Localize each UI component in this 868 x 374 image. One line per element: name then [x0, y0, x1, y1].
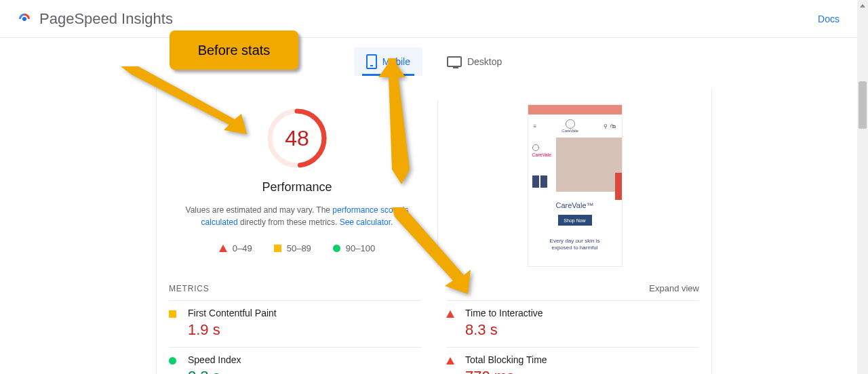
preview-hero: CareVale: [528, 138, 622, 192]
metric-si: Speed Index 2.3 s: [169, 347, 422, 374]
metric-fcp: First Contentful Paint 1.9 s: [169, 300, 422, 347]
legend-good: 90–100: [333, 243, 375, 253]
preview-logo-icon: [566, 119, 575, 129]
preview-brand: CareVale: [532, 144, 552, 157]
metric-tti-value: 8.3 s: [465, 321, 699, 339]
triangle-red-icon: [219, 245, 227, 252]
preview-products: [532, 175, 547, 188]
preview-tagline: Every day our skin is exposed to harmful: [528, 238, 622, 252]
performance-label: Performance: [262, 180, 332, 194]
legend-good-label: 90–100: [346, 243, 375, 253]
app-header: PageSpeed Insights Docs: [0, 0, 868, 38]
metric-tbt: Total Blocking Time 770 ms: [446, 347, 699, 374]
mobile-icon: [366, 54, 377, 69]
metric-fcp-value: 1.9 s: [188, 321, 422, 339]
performance-gauge: 48: [264, 106, 330, 171]
svg-marker-4: [392, 207, 471, 294]
circle-green-icon: [169, 354, 188, 374]
triangle-red-icon: [446, 354, 465, 374]
annotation-arrow-3-icon: [392, 207, 473, 298]
hamburger-icon: ≡: [534, 123, 537, 129]
preview-feedback-tab: [615, 173, 622, 200]
annotation-arrow-1-icon: [121, 66, 250, 137]
metric-si-value: 2.3 s: [188, 368, 422, 374]
docs-link[interactable]: Docs: [818, 14, 840, 24]
square-orange-icon: [169, 308, 188, 339]
legend-poor: 0–49: [219, 243, 252, 253]
performance-score: 48: [264, 106, 330, 171]
pagespeed-logo-icon: [16, 11, 33, 27]
metric-tbt-value: 770 ms: [465, 368, 699, 374]
see-calculator-link[interactable]: See calculator: [340, 217, 391, 227]
expand-view-toggle[interactable]: Expand view: [649, 283, 699, 293]
svg-marker-1: [121, 66, 247, 134]
metric-si-name: Speed Index: [188, 354, 422, 365]
desktop-icon: [447, 56, 462, 67]
preview-name: CareVale™: [528, 201, 622, 209]
tab-desktop-label: Desktop: [467, 56, 502, 67]
legend-mid-label: 50–89: [287, 243, 311, 253]
preview-cta: Shop Now: [558, 215, 592, 226]
perf-desc-mid: directly from these metrics.: [238, 217, 340, 227]
circle-green-icon: [333, 245, 340, 252]
preview-column: ≡ CareVale ⚲ 🛍 CareVale: [438, 100, 711, 267]
score-legend: 0–49 50–89 90–100: [219, 243, 375, 253]
metric-tti-name: Time to Interactive: [465, 308, 699, 318]
triangle-red-icon: [446, 308, 465, 339]
svg-marker-3: [378, 58, 406, 77]
square-orange-icon: [274, 245, 281, 252]
app-title: PageSpeed Insights: [39, 10, 173, 28]
preview-right-icons: ⚲ 🛍: [604, 123, 616, 129]
perf-desc-prefix: Values are estimated and may vary. The: [186, 205, 333, 215]
metrics-grid: First Contentful Paint 1.9 s Speed Index…: [157, 300, 711, 374]
preview-iconrow: ≡ CareVale ⚲ 🛍: [528, 115, 622, 138]
tab-desktop[interactable]: Desktop: [435, 47, 514, 76]
annotation-callout: Before stats: [170, 30, 298, 70]
metrics-title: METRICS: [169, 284, 210, 293]
header-left: PageSpeed Insights: [16, 10, 173, 28]
metric-tbt-name: Total Blocking Time: [465, 354, 699, 365]
preview-brand-small: CareVale: [561, 129, 578, 133]
scrollbar-up-button[interactable]: [857, 0, 868, 11]
annotation-arrow-2-icon: [378, 58, 419, 187]
legend-poor-label: 0–49: [233, 243, 252, 253]
scrollbar-track[interactable]: [857, 0, 868, 374]
preview-brand-icon: [532, 144, 539, 151]
preview-topbar: [528, 105, 622, 115]
scrollbar-thumb[interactable]: [859, 81, 867, 129]
site-preview: ≡ CareVale ⚲ 🛍 CareVale: [528, 104, 623, 267]
metrics-col-left: First Contentful Paint 1.9 s Speed Index…: [157, 300, 434, 374]
metric-fcp-name: First Contentful Paint: [188, 308, 422, 318]
metric-tti: Time to Interactive 8.3 s: [446, 300, 699, 347]
legend-mid: 50–89: [274, 243, 311, 253]
svg-point-0: [22, 17, 26, 21]
metrics-col-right: Time to Interactive 8.3 s Total Blocking…: [434, 300, 711, 374]
